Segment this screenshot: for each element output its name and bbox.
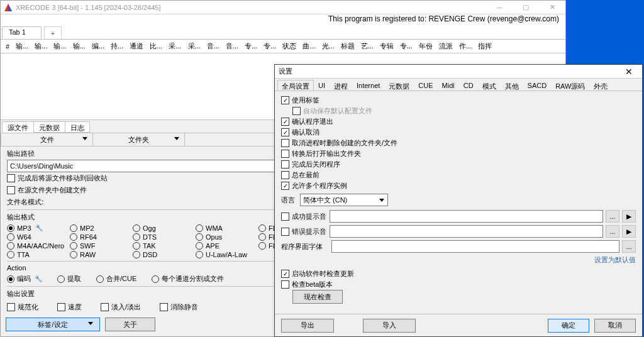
column-header[interactable]: 比... bbox=[147, 41, 165, 51]
format-radio[interactable] bbox=[133, 224, 140, 232]
confirm-exit-checkbox[interactable] bbox=[281, 118, 289, 126]
always-top-checkbox[interactable] bbox=[281, 171, 289, 179]
format-radio[interactable] bbox=[70, 224, 77, 232]
success-sound-input[interactable] bbox=[330, 210, 603, 223]
tab-source[interactable]: 源文件 bbox=[2, 121, 34, 133]
dialog-tab[interactable]: SACD bbox=[523, 80, 552, 91]
confirm-cancel-checkbox[interactable] bbox=[281, 128, 289, 136]
column-header[interactable]: # bbox=[3, 43, 12, 50]
dialog-tab[interactable]: Midi bbox=[438, 80, 459, 91]
column-header[interactable]: 曲... bbox=[300, 41, 318, 51]
success-sound-browse[interactable]: ... bbox=[606, 210, 619, 223]
format-option[interactable]: MP3🔧 bbox=[7, 224, 67, 232]
dialog-tab[interactable]: 模式 bbox=[478, 80, 501, 91]
use-tabs-checkbox[interactable] bbox=[281, 96, 289, 104]
split-radio[interactable] bbox=[152, 275, 159, 283]
column-header[interactable]: 音... bbox=[204, 41, 222, 51]
format-radio[interactable] bbox=[133, 251, 140, 258]
format-option[interactable]: W64 bbox=[7, 233, 67, 241]
folder-dropdown[interactable]: 文件夹 bbox=[93, 133, 185, 146]
merge-radio[interactable] bbox=[96, 275, 104, 283]
column-header[interactable]: 编... bbox=[89, 41, 107, 51]
ui-font-browse[interactable]: ... bbox=[622, 240, 636, 253]
column-header[interactable]: 专... bbox=[242, 41, 260, 51]
normalize-checkbox[interactable] bbox=[7, 303, 15, 311]
format-radio[interactable] bbox=[70, 251, 77, 258]
dialog-close-button[interactable]: ✕ bbox=[616, 65, 642, 79]
format-radio[interactable] bbox=[70, 233, 77, 241]
format-radio[interactable] bbox=[70, 242, 77, 250]
del-on-cancel-checkbox[interactable] bbox=[281, 139, 289, 147]
format-option[interactable]: Ogg bbox=[133, 224, 193, 232]
ok-button[interactable]: 确定 bbox=[548, 319, 589, 333]
column-header[interactable]: 艺... bbox=[358, 41, 376, 51]
format-radio[interactable] bbox=[258, 224, 266, 232]
wrench-icon[interactable]: 🔧 bbox=[35, 275, 42, 283]
error-sound-play[interactable]: ▶ bbox=[622, 225, 636, 238]
column-header[interactable]: 指挥 bbox=[475, 41, 494, 51]
check-beta-checkbox[interactable] bbox=[281, 280, 289, 289]
encode-radio[interactable] bbox=[7, 275, 14, 283]
success-sound-play[interactable]: ▶ bbox=[622, 210, 636, 223]
column-header[interactable]: 光... bbox=[319, 41, 337, 51]
dialog-tab[interactable]: UI bbox=[314, 80, 330, 91]
format-option[interactable]: Opus bbox=[196, 233, 256, 241]
column-header[interactable]: 流派 bbox=[436, 41, 455, 51]
close-button[interactable]: ✕ bbox=[539, 1, 565, 14]
format-option[interactable]: WMA bbox=[196, 224, 256, 232]
file-dropdown[interactable]: 文件 bbox=[1, 133, 93, 146]
format-option[interactable]: RAW bbox=[70, 251, 130, 258]
fade-checkbox[interactable] bbox=[101, 303, 109, 311]
column-header[interactable]: 采... bbox=[166, 41, 184, 51]
dialog-tab[interactable]: 元数据 bbox=[384, 80, 414, 91]
format-radio[interactable] bbox=[258, 233, 266, 241]
format-option[interactable]: RF64 bbox=[70, 233, 130, 241]
format-radio[interactable] bbox=[7, 233, 14, 241]
error-sound-browse[interactable]: ... bbox=[606, 225, 619, 238]
add-tab-button[interactable]: + bbox=[44, 26, 62, 39]
dialog-tab[interactable]: 其他 bbox=[501, 80, 523, 91]
format-option[interactable]: APE bbox=[196, 242, 256, 250]
maximize-button[interactable]: ▢ bbox=[513, 1, 539, 14]
tab-metadata[interactable]: 元数据 bbox=[33, 121, 65, 133]
dialog-tab[interactable]: 外壳 bbox=[589, 80, 612, 91]
check-update-checkbox[interactable] bbox=[281, 270, 289, 278]
column-header[interactable]: 标题 bbox=[338, 41, 357, 51]
format-radio[interactable] bbox=[196, 224, 203, 232]
ui-font-input[interactable] bbox=[331, 240, 619, 253]
column-header[interactable]: 作... bbox=[457, 41, 474, 51]
column-header[interactable]: 通道 bbox=[127, 41, 146, 51]
tab-1[interactable]: Tab 1 bbox=[2, 26, 42, 39]
tab-log[interactable]: 日志 bbox=[65, 121, 90, 133]
format-radio[interactable] bbox=[196, 242, 203, 250]
format-option[interactable]: SWF bbox=[70, 242, 130, 250]
format-option[interactable]: MP2 bbox=[70, 224, 130, 232]
dialog-tab[interactable]: 全局设置 bbox=[277, 80, 314, 91]
cancel-button[interactable]: 取消 bbox=[594, 319, 636, 333]
column-header[interactable]: 音... bbox=[223, 41, 241, 51]
wrench-icon[interactable]: 🔧 bbox=[35, 224, 43, 232]
column-header[interactable]: 专... bbox=[397, 41, 415, 51]
format-radio[interactable] bbox=[133, 233, 140, 241]
reset-default-link[interactable]: 设置为默认值 bbox=[281, 254, 636, 266]
column-header[interactable]: 状态 bbox=[280, 41, 299, 51]
recycle-checkbox[interactable] bbox=[7, 174, 15, 182]
minimize-button[interactable]: ─ bbox=[486, 1, 513, 14]
success-sound-checkbox[interactable] bbox=[281, 213, 289, 221]
format-option[interactable]: TAK bbox=[133, 242, 193, 250]
about-button[interactable]: 关于 bbox=[105, 318, 155, 331]
column-header[interactable]: 输... bbox=[70, 41, 88, 51]
dialog-tab[interactable]: Internet bbox=[352, 80, 384, 91]
format-option[interactable]: U-Law/A-Law bbox=[196, 251, 256, 258]
multi-instance-checkbox[interactable] bbox=[281, 182, 289, 190]
format-option[interactable]: M4A/AAC/Nero bbox=[7, 242, 67, 250]
column-header[interactable]: 输... bbox=[51, 41, 69, 51]
format-radio[interactable] bbox=[258, 242, 266, 250]
create-in-src-checkbox[interactable] bbox=[7, 186, 15, 194]
format-radio[interactable] bbox=[196, 251, 203, 258]
export-button[interactable]: 导出 bbox=[281, 319, 334, 333]
error-sound-checkbox[interactable] bbox=[281, 228, 289, 236]
dialog-tab[interactable]: RAW源码 bbox=[551, 80, 589, 91]
speed-checkbox[interactable] bbox=[57, 303, 65, 311]
format-radio[interactable] bbox=[7, 251, 14, 258]
